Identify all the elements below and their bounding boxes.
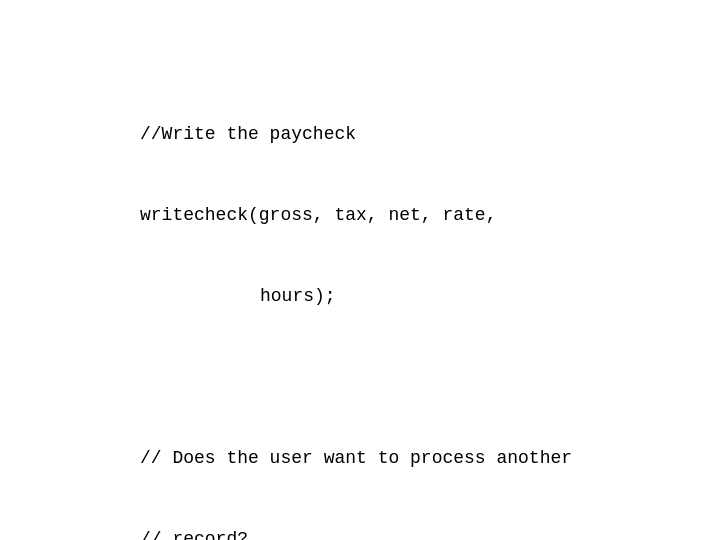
code-block: //Write the paycheck writecheck(gross, t… (20, 40, 700, 540)
code-line-1: //Write the paycheck (20, 121, 700, 148)
code-line-2: writecheck(gross, tax, net, rate, (20, 202, 700, 229)
code-line-3: hours); (20, 283, 700, 310)
code-line-blank-1 (20, 364, 700, 391)
code-line-6: // record? (20, 526, 700, 540)
code-line-5: // Does the user want to process another (20, 445, 700, 472)
code-container: //Write the paycheck writecheck(gross, t… (0, 0, 720, 540)
